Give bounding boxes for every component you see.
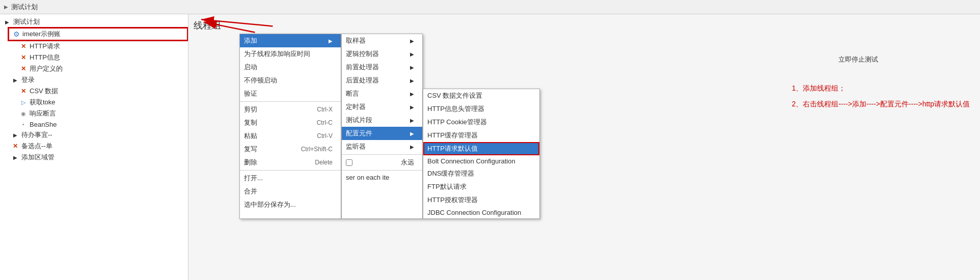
menu-item-sampler[interactable]: 取样器 ▶ bbox=[342, 34, 422, 47]
menu-item-label: JDBC Connection Configuration bbox=[427, 209, 521, 216]
tree-item-token[interactable]: ▷ 获取toke bbox=[16, 97, 188, 108]
arrow-icon: ▶ bbox=[4, 4, 8, 10]
tree-item-beanshell[interactable]: ▪ BeanShe bbox=[16, 119, 188, 129]
tree-item-label: 登录 bbox=[21, 75, 35, 85]
tree-item-label: 测试计划 bbox=[13, 17, 40, 26]
context-menu-level2: 取样器 ▶ 逻辑控制器 ▶ 前置处理器 ▶ 后置处理器 ▶ bbox=[341, 34, 423, 219]
menu-item-http-cookie[interactable]: HTTP Cookie管理器 bbox=[423, 116, 539, 129]
menu-item-label: 监听器 bbox=[346, 142, 366, 151]
menus-wrapper: 添加 ▶ 为子线程添加响应时间 启动 不停顿启动 验证 bbox=[239, 34, 540, 219]
top-bar: ▶ 测试计划 bbox=[0, 0, 980, 14]
menu-item-label: FTP默认请求 bbox=[427, 182, 467, 191]
forever-checkbox[interactable] bbox=[346, 159, 352, 166]
shortcut: Ctrl-V bbox=[317, 132, 333, 139]
arrow-icon: ▶ bbox=[11, 76, 19, 84]
info-text: 1、添加线程组； 2、右击线程组---->添加---->配置元件---->htt… bbox=[792, 80, 970, 112]
menu-item-http-auth[interactable]: HTTP授权管理器 bbox=[423, 193, 539, 207]
menu-item-label: 启动 bbox=[244, 63, 257, 72]
menu-item-jdbc-connection[interactable]: JDBC Connection Configuration bbox=[423, 207, 539, 218]
tree-item-label: 备选点--单 bbox=[21, 142, 52, 151]
tree-item-label: imeter示例账 bbox=[22, 30, 61, 39]
menu-item-label: 定时器 bbox=[346, 102, 366, 111]
menu-item-copy[interactable]: 复制 Ctrl-C bbox=[240, 116, 341, 129]
menu-item-http-cache[interactable]: HTTP缓存管理器 bbox=[423, 129, 539, 142]
left-panel: ▶ 测试计划 ⚙ imeter示例账 ✕ HTTP请求 ✕ HTTP信息 ✕ 用… bbox=[0, 14, 188, 280]
x-icon: ✕ bbox=[19, 87, 28, 95]
x-icon: ✕ bbox=[11, 142, 19, 150]
shortcut: Delete bbox=[315, 159, 333, 166]
tree-item-pending[interactable]: ▶ 待办事宜-- bbox=[8, 129, 188, 141]
tree-item-backup[interactable]: ✕ 备选点--单 bbox=[8, 141, 188, 152]
menu-item-auth[interactable]: 验证 bbox=[240, 87, 341, 100]
menu-item-delete[interactable]: 删除 Delete bbox=[240, 156, 341, 169]
menu-item-label: 测试片段 bbox=[346, 116, 372, 125]
menu-item-csv-data-setting[interactable]: CSV 数据文件设置 bbox=[423, 89, 539, 102]
menu-item-label: 断言 bbox=[346, 89, 359, 98]
x-icon: ✕ bbox=[19, 53, 28, 62]
submenu-arrow: ▶ bbox=[410, 144, 414, 150]
menu-item-post-processor[interactable]: 后置处理器 ▶ bbox=[342, 74, 422, 87]
tree-item-response[interactable]: ◉ 响应断言 bbox=[16, 108, 188, 119]
menu-item-label: DNS缓存管理器 bbox=[427, 169, 474, 178]
menu-item-http-default[interactable]: HTTP请求默认值 bbox=[423, 142, 539, 155]
menu-item-timer[interactable]: 定时器 ▶ bbox=[342, 100, 422, 114]
menu-item-label: HTTP信息头管理器 bbox=[427, 104, 484, 114]
menu-item-merge[interactable]: 合并 bbox=[240, 185, 341, 198]
content-area: ▶ 测试计划 ⚙ imeter示例账 ✕ HTTP请求 ✕ HTTP信息 ✕ 用… bbox=[0, 14, 980, 280]
menu-item-listener[interactable]: 监听器 ▶ bbox=[342, 140, 422, 153]
eye-icon: ◉ bbox=[19, 109, 28, 118]
tree-item-login[interactable]: ▶ 登录 bbox=[8, 74, 188, 86]
context-menu-level1: 添加 ▶ 为子线程添加响应时间 启动 不停顿启动 验证 bbox=[239, 34, 341, 219]
menu-item-cut[interactable]: 剪切 Ctrl-X bbox=[240, 103, 341, 116]
top-bar-title: 测试计划 bbox=[11, 3, 38, 12]
menu-item-save-partial[interactable]: 选中部分保存为... bbox=[240, 198, 341, 211]
menu-item-label: HTTP请求默认值 bbox=[427, 144, 478, 153]
menu-item-start[interactable]: 启动 bbox=[240, 61, 341, 74]
submenu-arrow: ▶ bbox=[410, 65, 414, 70]
menu-item-start-no-pause[interactable]: 不停顿启动 bbox=[240, 74, 341, 87]
bean-icon: ▪ bbox=[19, 120, 28, 128]
forever-label: 永远 bbox=[401, 158, 414, 167]
menu-item-assertion[interactable]: 断言 ▶ bbox=[342, 87, 422, 100]
submenu-arrow: ▶ bbox=[410, 51, 414, 57]
tree-item-add-regional[interactable]: ▶ 添加区域管 bbox=[8, 152, 188, 163]
menu-item-label: 删除 bbox=[244, 158, 257, 167]
menu-item-pre-processor[interactable]: 前置处理器 ▶ bbox=[342, 61, 422, 74]
menu-item-open[interactable]: 打开... bbox=[240, 172, 341, 185]
menu-item-add[interactable]: 添加 ▶ bbox=[240, 34, 341, 47]
menu-item-bolt-connection[interactable]: Bolt Connection Configuration bbox=[423, 155, 539, 167]
menu-item-label: 打开... bbox=[244, 174, 263, 183]
info-line2: 2、右击线程组---->添加---->配置元件---->http请求默认值 bbox=[792, 96, 970, 112]
menu-item-label: 前置处理器 bbox=[346, 63, 379, 72]
menu-item-rewrite[interactable]: 复写 Ctrl+Shift-C bbox=[240, 143, 341, 156]
menu-item-paste[interactable]: 粘贴 Ctrl-V bbox=[240, 129, 341, 143]
menu-item-ftp-default[interactable]: FTP默认请求 bbox=[423, 180, 539, 193]
tree-item-jmeter[interactable]: ⚙ imeter示例账 bbox=[8, 27, 188, 41]
tree-item-test-plan[interactable]: ▶ 测试计划 bbox=[0, 16, 188, 27]
submenu-arrow: ▶ bbox=[329, 38, 333, 44]
tree-item-http-info[interactable]: ✕ HTTP信息 bbox=[16, 52, 188, 63]
shortcut: Ctrl-X bbox=[317, 106, 333, 113]
menu-item-text[interactable]: ser on each ite bbox=[342, 172, 422, 183]
menu-item-label: 粘贴 bbox=[244, 131, 257, 141]
arrow-icon: ▶ bbox=[11, 131, 19, 139]
menu-separator bbox=[240, 101, 341, 102]
menu-item-test-fragment[interactable]: 测试片段 ▶ bbox=[342, 114, 422, 127]
menu-item-config-element[interactable]: 配置元件 ▶ bbox=[342, 127, 422, 140]
menu-item-label: 配置元件 bbox=[346, 129, 372, 138]
tree-item-user-def[interactable]: ✕ 用户定义的 bbox=[16, 63, 188, 74]
menu-item-logic-ctrl[interactable]: 逻辑控制器 ▶ bbox=[342, 47, 422, 61]
gear-icon: ⚙ bbox=[12, 30, 20, 38]
tree-item-csv[interactable]: ✕ CSV 数据 bbox=[16, 86, 188, 97]
tree-item-label: CSV 数据 bbox=[30, 87, 58, 96]
menu-item-forever[interactable]: 永远 bbox=[342, 156, 422, 169]
menu-item-http-header[interactable]: HTTP信息头管理器 bbox=[423, 102, 539, 116]
menu-item-add-response-time[interactable]: 为子线程添加响应时间 bbox=[240, 47, 341, 61]
submenu-arrow: ▶ bbox=[410, 131, 414, 136]
shortcut: Ctrl+Shift-C bbox=[301, 146, 333, 153]
menu-item-dns-cache[interactable]: DNS缓存管理器 bbox=[423, 167, 539, 180]
tree-item-label: 待办事宜-- bbox=[21, 130, 52, 139]
arrow-icon: ▷ bbox=[19, 98, 28, 106]
arrow-icon: ▶ bbox=[11, 153, 19, 161]
tree-item-http1[interactable]: ✕ HTTP请求 bbox=[16, 41, 188, 52]
